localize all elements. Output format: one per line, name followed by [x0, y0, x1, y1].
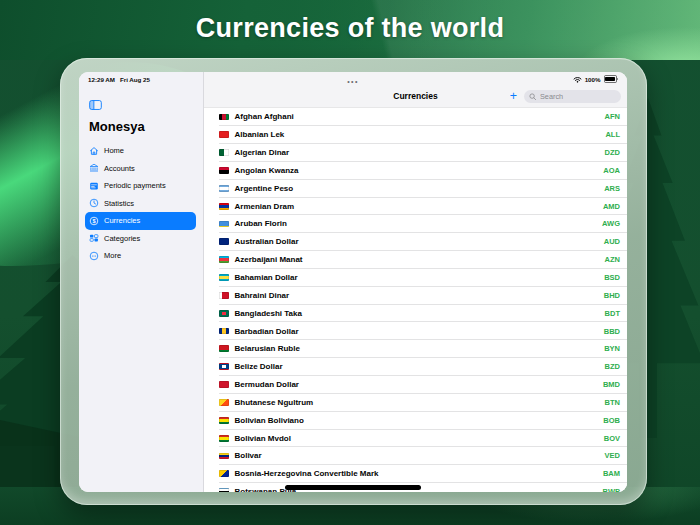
sidebar-item-home[interactable]: Home — [85, 142, 196, 160]
currency-name: Algerian Dinar — [235, 148, 290, 157]
currency-code: BOV — [604, 434, 620, 443]
currency-code: BBD — [604, 327, 620, 336]
main-panel: Currencies + Afghan Afghani AFN Alb — [204, 72, 627, 492]
currency-name: Barbadian Dollar — [235, 327, 299, 336]
currency-row[interactable]: Belarusian Ruble BYN — [204, 340, 627, 358]
clock-icon — [89, 198, 99, 208]
flag-icon — [219, 238, 229, 245]
currency-name: Belize Dollar — [235, 362, 283, 371]
currency-row[interactable]: Albanian Lek ALL — [204, 126, 627, 144]
currency-row[interactable]: Argentine Peso ARS — [204, 179, 627, 197]
currency-row[interactable]: Australian Dollar AUD — [204, 233, 627, 251]
sidebar-item-label: Currencies — [104, 216, 140, 225]
currency-code: AOA — [603, 166, 620, 175]
currency-row[interactable]: Bolivian Boliviano BOB — [204, 411, 627, 429]
flag-icon — [219, 221, 229, 228]
currency-code: ARS — [604, 184, 620, 193]
currency-row[interactable]: Bangladeshi Taka BDT — [204, 304, 627, 322]
currency-row[interactable]: Azerbaijani Manat AZN — [204, 251, 627, 269]
dollar-circle-icon: $ — [89, 216, 99, 226]
flag-icon — [219, 167, 229, 174]
currency-name: Australian Dollar — [235, 237, 299, 246]
main-header: Currencies + — [204, 86, 627, 107]
sidebar-item-more[interactable]: More — [85, 247, 196, 265]
currency-name: Bosnia-Herzegovina Convertible Mark — [235, 469, 379, 478]
add-currency-button[interactable]: + — [510, 90, 517, 103]
currency-row[interactable]: Armenian Dram AMD — [204, 197, 627, 215]
svg-text:$: $ — [92, 218, 96, 224]
currency-code: AUD — [604, 237, 620, 246]
currency-name: Belarusian Ruble — [235, 344, 300, 353]
sidebar-item-categories[interactable]: Categories — [85, 230, 196, 248]
flag-icon — [219, 131, 229, 138]
status-time: 12:29 AM — [88, 76, 115, 83]
multitask-handle[interactable]: ••• — [347, 78, 359, 85]
currency-list: Afghan Afghani AFN Albanian Lek ALL Alge… — [204, 107, 627, 492]
currency-row[interactable]: Bolivian Mvdol BOV — [204, 429, 627, 447]
sidebar: Monesya Home Accounts Periodic payments … — [79, 72, 204, 492]
currency-name: Armenian Dram — [235, 202, 295, 211]
currency-row[interactable]: Bhutanese Ngultrum BTN — [204, 394, 627, 412]
currency-row[interactable]: Angolan Kwanza AOA — [204, 162, 627, 180]
battery-percent: 100% — [585, 76, 601, 83]
bank-icon — [89, 163, 99, 173]
home-icon — [89, 146, 99, 156]
currency-row[interactable]: Aruban Florin AWG — [204, 215, 627, 233]
search-input[interactable] — [540, 92, 616, 101]
currency-name: Bahraini Dinar — [235, 291, 290, 300]
currency-row[interactable]: Bahamian Dollar BSD — [204, 269, 627, 287]
currency-name: Argentine Peso — [235, 184, 294, 193]
currency-name: Bermudan Dollar — [235, 380, 299, 389]
wifi-icon — [573, 76, 582, 83]
currency-row[interactable]: Bolivar VED — [204, 447, 627, 465]
sidebar-item-label: More — [104, 251, 121, 260]
currency-name: Bahamian Dollar — [235, 273, 298, 282]
flag-icon — [219, 470, 229, 477]
flag-icon — [219, 256, 229, 263]
currency-row[interactable]: Bosnia-Herzegovina Convertible Mark BAM — [204, 465, 627, 483]
currency-row[interactable]: Bermudan Dollar BMD — [204, 376, 627, 394]
currency-name: Afghan Afghani — [235, 112, 294, 121]
flag-icon — [219, 203, 229, 210]
currency-name: Bangladeshi Taka — [235, 309, 302, 318]
currency-name: Bolivar — [235, 451, 262, 460]
currency-row[interactable]: Bahraini Dinar BHD — [204, 286, 627, 304]
currency-code: BDT — [605, 309, 620, 318]
sidebar-item-accounts[interactable]: Accounts — [85, 160, 196, 178]
search-icon — [529, 93, 537, 101]
flag-icon — [219, 363, 229, 370]
sidebar-nav: Home Accounts Periodic payments Statisti… — [79, 142, 203, 265]
calendar-icon — [89, 181, 99, 191]
flag-icon — [219, 399, 229, 406]
currency-row[interactable]: Belize Dollar BZD — [204, 358, 627, 376]
currency-name: Bolivian Mvdol — [235, 434, 291, 443]
flag-icon — [219, 274, 229, 281]
sidebar-item-currencies[interactable]: $ Currencies — [85, 212, 196, 230]
search-field[interactable] — [524, 90, 621, 103]
sidebar-item-periodic-payments[interactable]: Periodic payments — [85, 177, 196, 195]
flag-icon — [219, 381, 229, 388]
flag-icon — [219, 417, 229, 424]
currency-row[interactable]: Barbadian Dollar BBD — [204, 322, 627, 340]
currency-code: BSD — [604, 273, 620, 282]
home-indicator[interactable] — [285, 485, 421, 490]
currency-code: ALL — [605, 130, 620, 139]
flag-icon — [219, 149, 229, 156]
flag-icon — [219, 435, 229, 442]
flag-icon — [219, 488, 229, 492]
sidebar-item-label: Accounts — [104, 164, 135, 173]
currency-name: Bhutanese Ngultrum — [235, 398, 314, 407]
flag-icon — [219, 185, 229, 192]
sidebar-item-statistics[interactable]: Statistics — [85, 195, 196, 213]
currency-row[interactable]: Afghan Afghani AFN — [204, 108, 627, 126]
flag-icon — [219, 328, 229, 335]
flag-icon — [219, 345, 229, 352]
categories-icon — [89, 233, 99, 243]
currency-code: DZD — [605, 148, 620, 157]
page-title: Currencies of the world — [0, 13, 700, 44]
currency-code: BAM — [603, 469, 620, 478]
currency-row[interactable]: Algerian Dinar DZD — [204, 144, 627, 162]
currency-code: AZN — [605, 255, 620, 264]
sidebar-toggle-icon[interactable] — [89, 100, 102, 110]
sidebar-item-label: Periodic payments — [104, 181, 166, 190]
